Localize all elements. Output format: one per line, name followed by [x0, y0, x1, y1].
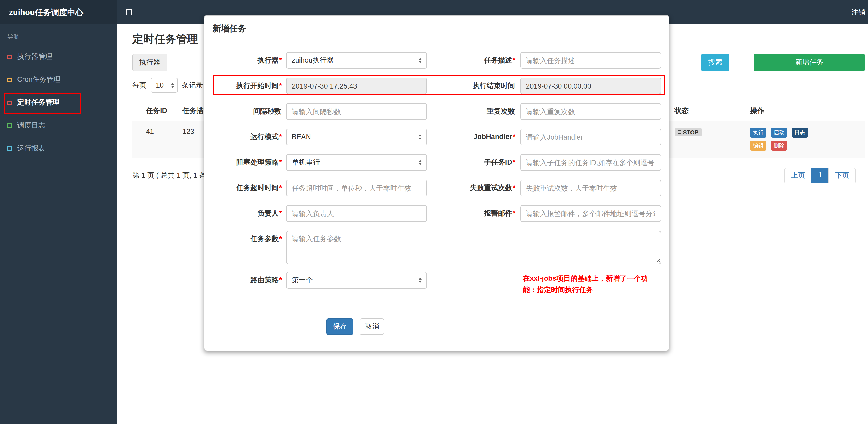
sidebar-item-executor-manage[interactable]: 执行器管理 [0, 45, 117, 68]
chevron-updown-icon [171, 83, 174, 88]
form-row-job-param: 任务参数* [212, 231, 661, 264]
route-strategy-label: 路由策略* [212, 272, 286, 296]
required-star: * [279, 56, 282, 64]
next-page-button[interactable]: 下页 [828, 168, 856, 183]
route-strategy-select[interactable]: 第一个 [286, 272, 427, 289]
required-star: * [279, 158, 282, 166]
form-row-executor-desc: 执行器* zuihou执行器 任务描述* [212, 52, 661, 69]
timeout-label: 任务超时时间* [212, 180, 286, 196]
sidebar-item-run-report[interactable]: 运行报表 [0, 137, 117, 160]
delete-button[interactable]: 删除 [771, 141, 787, 151]
sidebar-section-label: 导航 [0, 25, 117, 45]
edit-button[interactable]: 编辑 [750, 141, 766, 151]
col-header-actions: 操作 [745, 101, 865, 121]
sidebar-item-label: 定时任务管理 [17, 98, 59, 107]
add-job-button[interactable]: 新增任务 [754, 54, 865, 71]
chevron-updown-icon [418, 58, 422, 63]
prev-page-button[interactable]: 上页 [784, 168, 812, 183]
sidebar-item-label: Cron任务管理 [17, 75, 61, 85]
action-line-2: 编辑 删除 [750, 141, 860, 151]
interval-label: 间隔秒数 [212, 103, 286, 120]
sidebar-item-cron-task-manage[interactable]: Cron任务管理 [0, 68, 117, 91]
feature-note: 在xxl-jobs项目的基础上，新增了一个功能：指定时间执行任务 [523, 272, 661, 296]
block-strategy-select[interactable]: 单机串行 [286, 154, 427, 171]
required-star: * [279, 184, 282, 192]
add-job-modal: 新增任务 执行器* zuihou执行器 任务描述* 执行开始时间* 执行结束时间… [204, 15, 670, 351]
square-icon [7, 123, 12, 128]
required-star: * [279, 82, 282, 90]
timeout-input[interactable] [286, 180, 427, 196]
square-icon [7, 100, 12, 105]
cell-status: STOP [670, 121, 745, 158]
end-time-input[interactable] [520, 77, 661, 94]
action-line-1: 执行 启动 日志 [750, 128, 860, 137]
sidebar-item-dispatch-log[interactable]: 调度日志 [0, 114, 117, 137]
per-page-select[interactable]: 10 [151, 77, 178, 93]
executor-select[interactable]: zuihou执行器 [286, 52, 427, 69]
job-handler-input[interactable] [520, 129, 661, 145]
required-star: * [513, 184, 516, 192]
col-header-status: 状态 [670, 101, 745, 121]
owner-input[interactable] [286, 205, 427, 222]
form-row-owner-email: 负责人* 报警邮件* [212, 205, 661, 222]
sidebar-nav: 执行器管理 Cron任务管理 定时任务管理 调度日志 运行报表 [0, 45, 117, 160]
required-star: * [513, 133, 516, 141]
job-param-textarea[interactable] [286, 231, 661, 264]
form-row-interval-repeat: 间隔秒数 重复次数 [212, 103, 661, 120]
chevron-updown-icon [418, 278, 422, 283]
chevron-updown-icon [418, 134, 422, 140]
cell-job-id: 41 [132, 121, 177, 158]
cancel-button[interactable]: 取消 [360, 318, 384, 335]
interval-input[interactable] [286, 103, 427, 120]
per-page-value: 10 [156, 81, 164, 89]
retry-input[interactable] [520, 180, 661, 196]
alarm-email-input[interactable] [520, 205, 661, 222]
retry-label: 失败重试次数* [427, 180, 520, 196]
executor-select-value: zuihou执行器 [292, 56, 334, 64]
col-header-job-id: 任务ID [132, 101, 177, 121]
start-button[interactable]: 启动 [771, 128, 787, 137]
form-row-block-childjob: 阻塞处理策略* 单机串行 子任务ID* [212, 154, 661, 171]
form-row-timeout-retry: 任务超时时间* 失败重试次数* [212, 180, 661, 196]
executor-filter-label: 执行器 [132, 54, 167, 71]
start-time-input[interactable] [286, 77, 427, 94]
run-button[interactable]: 执行 [750, 128, 766, 137]
modal-footer: 保存 取消 [204, 307, 669, 351]
job-desc-input[interactable] [520, 52, 661, 69]
sidebar-item-timed-task-manage[interactable]: 定时任务管理 [0, 91, 117, 114]
job-desc-label: 任务描述* [427, 52, 520, 69]
repeat-label: 重复次数 [427, 103, 520, 120]
modal-body: 执行器* zuihou执行器 任务描述* 执行开始时间* 执行结束时间 间隔秒数… [204, 42, 669, 296]
app-brand: zuihou任务调度中心 [0, 0, 117, 25]
sidebar-item-label: 调度日志 [17, 121, 45, 130]
logout-link[interactable]: 注销 [851, 7, 868, 17]
owner-label: 负责人* [212, 205, 286, 222]
page-1-button[interactable]: 1 [811, 168, 829, 183]
stop-square-icon [678, 130, 681, 134]
route-strategy-select-value: 第一个 [292, 276, 313, 284]
repeat-input[interactable] [520, 103, 661, 120]
log-button[interactable]: 日志 [792, 128, 808, 137]
form-row-runmode-handler: 运行模式* BEAN JobHandler* [212, 129, 661, 145]
cell-actions: 执行 启动 日志 编辑 删除 [745, 121, 865, 158]
run-mode-select-value: BEAN [292, 133, 311, 141]
form-row-times: 执行开始时间* 执行结束时间 [212, 77, 661, 94]
status-badge: STOP [675, 128, 702, 136]
square-icon [7, 146, 12, 151]
start-time-label: 执行开始时间* [212, 77, 286, 94]
run-mode-select[interactable]: BEAN [286, 129, 427, 145]
required-star: * [513, 56, 516, 64]
square-icon [7, 55, 12, 59]
chevron-updown-icon [418, 160, 422, 165]
required-star: * [279, 133, 282, 141]
child-job-input[interactable] [520, 154, 661, 171]
job-param-label: 任务参数* [212, 231, 286, 264]
child-job-label: 子任务ID* [427, 154, 520, 171]
executor-label: 执行器* [212, 52, 286, 69]
sidebar: 导航 执行器管理 Cron任务管理 定时任务管理 调度日志 运行报表 [0, 25, 117, 424]
required-star: * [513, 209, 516, 217]
save-button[interactable]: 保存 [327, 318, 353, 335]
search-button[interactable]: 搜索 [701, 54, 729, 71]
sidebar-toggle-icon[interactable] [126, 9, 132, 15]
run-mode-label: 运行模式* [212, 129, 286, 145]
